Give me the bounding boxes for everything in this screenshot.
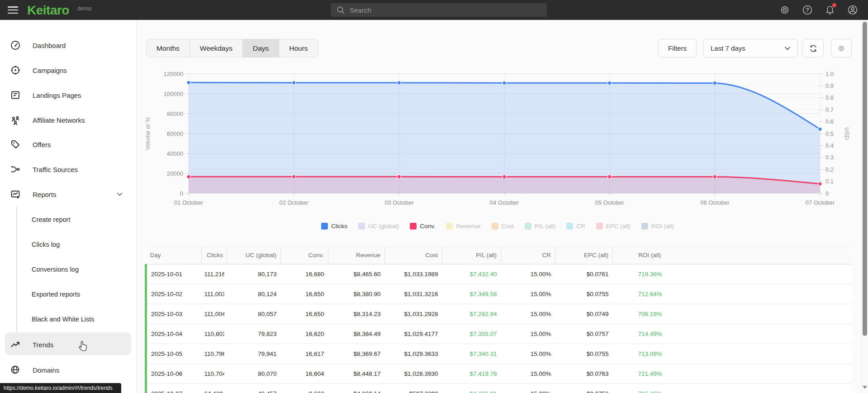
- cell-p-l-all-: $4,271.91: [442, 384, 501, 393]
- legend-item-p-l-all-[interactable]: P/L (all): [525, 223, 555, 230]
- legend-item-uc-global-[interactable]: UC (global): [358, 223, 399, 230]
- account-icon[interactable]: [847, 5, 858, 15]
- svg-text:0.6: 0.6: [825, 118, 834, 125]
- sidebar-item-offers[interactable]: Offers: [0, 134, 137, 154]
- cell-revenue: $4,869.14: [328, 384, 385, 393]
- chart-settings-button[interactable]: [831, 39, 852, 58]
- cell-epc-all-: $0.0756: [555, 384, 613, 393]
- topbar: Keitaro demo ?: [0, 0, 868, 20]
- svg-text:0.8: 0.8: [825, 94, 834, 101]
- sidebar-subitem-black-and-white-lists[interactable]: Black and White Lists: [0, 309, 137, 329]
- sidebar-item-trends[interactable]: Trends: [0, 335, 137, 355]
- cell-uc-global-: 80,124: [228, 284, 281, 304]
- svg-text:0: 0: [180, 190, 183, 197]
- tab-days[interactable]: Days: [243, 39, 279, 57]
- notification-badge: [832, 3, 836, 7]
- svg-text:1.0: 1.0: [825, 71, 834, 77]
- tab-months[interactable]: Months: [147, 39, 190, 57]
- svg-text:120000: 120000: [164, 71, 183, 77]
- cell-epc-all-: $0.0755: [555, 344, 613, 364]
- table-row: 2025-10-03111,00480,05716,650$8,314.23$1…: [146, 304, 852, 324]
- sidebar-subitem-clicks-log[interactable]: Clicks log: [0, 235, 137, 254]
- help-icon[interactable]: ?: [802, 5, 813, 15]
- env-label: demo: [77, 5, 91, 12]
- col-header-epc-all-[interactable]: EPC (all): [555, 246, 613, 264]
- tab-weekdays[interactable]: Weekdays: [190, 39, 243, 57]
- sidebar-subitem-conversions-log[interactable]: Conversions log: [0, 259, 137, 279]
- cell-conv-: 16,650: [281, 304, 328, 324]
- cell-p-l-all-: $7,349.58: [442, 284, 501, 304]
- affiliates-icon: [10, 115, 21, 125]
- hamburger-menu-icon[interactable]: [8, 6, 18, 14]
- app-logo[interactable]: Keitaro: [27, 3, 69, 18]
- sidebar-item-traffic-sources[interactable]: Traffic Sources: [0, 159, 137, 179]
- sidebar-subitem-exported-reports[interactable]: Exported reports: [0, 284, 137, 304]
- sidebar-subitem-create-report[interactable]: Create report: [0, 210, 137, 230]
- svg-text:100000: 100000: [164, 91, 183, 97]
- svg-text:01 October: 01 October: [174, 199, 204, 206]
- trends-icon: [10, 339, 21, 350]
- sidebar-item-affiliate-networks[interactable]: Affiliate Networks: [0, 110, 137, 130]
- sidebar-item-dashboard[interactable]: Dashboard: [0, 35, 137, 55]
- legend-item-cost[interactable]: Cost: [492, 223, 514, 230]
- scrollbar-down-arrow[interactable]: [863, 386, 867, 389]
- filters-button[interactable]: Filters: [658, 39, 697, 58]
- tab-hours[interactable]: Hours: [279, 39, 318, 57]
- svg-text:USD: USD: [844, 127, 850, 139]
- settings-icon[interactable]: [779, 5, 790, 15]
- cell-uc-global-: 79,823: [228, 324, 281, 344]
- notifications-icon[interactable]: [825, 5, 835, 15]
- sidebar-item-domains[interactable]: Domains: [0, 360, 137, 380]
- cell-revenue: $8,380.90: [328, 284, 385, 304]
- trends-chart: 02000040000600008000010000012000000.10.2…: [145, 59, 853, 217]
- col-header-uc-global-[interactable]: UC (global): [228, 246, 281, 264]
- cell-p-l-all-: $7,340.31: [442, 344, 501, 364]
- col-header-cost[interactable]: Cost: [385, 246, 442, 264]
- date-range-select[interactable]: Last 7 days: [703, 39, 798, 58]
- legend-item-revenue[interactable]: Revenue: [446, 223, 480, 230]
- cell-cr: 15.00%: [501, 264, 555, 284]
- cell-roi-all-: 721.49%: [613, 364, 852, 384]
- cell-roi-all-: 712.64%: [613, 284, 852, 304]
- page-scrollbar[interactable]: [861, 20, 868, 393]
- svg-text:?: ?: [806, 7, 809, 13]
- chevron-down-icon: [784, 46, 791, 51]
- col-header-p-l-all-[interactable]: P/L (all): [442, 246, 501, 264]
- sidebar-item-landings-pages[interactable]: Landings Pages: [0, 85, 137, 105]
- cell-day: 2025-10-07: [146, 384, 202, 393]
- svg-text:60000: 60000: [167, 130, 183, 137]
- cell-clicks: 110,704: [202, 364, 228, 384]
- svg-text:02 October: 02 October: [280, 199, 309, 206]
- sidebar-item-campaigns[interactable]: Campaigns: [0, 60, 137, 80]
- legend-item-cr[interactable]: CR: [566, 223, 585, 230]
- cell-p-l-all-: $7,432.40: [442, 264, 501, 284]
- sidebar-item-reports[interactable]: Reports: [0, 184, 137, 204]
- search-input[interactable]: [350, 3, 540, 17]
- campaigns-icon: [10, 65, 21, 76]
- legend-item-roi-all-[interactable]: ROI (all): [641, 223, 674, 230]
- table-row: 2025-10-04110,80379,82316,620$8,384.49$1…: [146, 324, 852, 344]
- legend-item-epc-all-[interactable]: EPC (all): [596, 223, 631, 230]
- global-search[interactable]: [331, 3, 547, 17]
- cell-uc-global-: 79,941: [228, 344, 281, 364]
- col-header-revenue[interactable]: Revenue: [328, 246, 385, 264]
- svg-text:0.1: 0.1: [825, 178, 834, 185]
- col-header-day[interactable]: Day: [146, 246, 202, 264]
- svg-text:0.9: 0.9: [825, 82, 834, 89]
- scrollbar-thumb[interactable]: [863, 22, 867, 336]
- cell-clicks: 111,004: [202, 304, 228, 324]
- status-url: https://demo.keitaro.io/admin/#!/trends/…: [0, 383, 121, 393]
- svg-text:04 October: 04 October: [490, 199, 519, 206]
- cell-revenue: $8,384.49: [328, 324, 385, 344]
- legend-item-clicks[interactable]: Clicks: [321, 223, 347, 230]
- col-header-clicks[interactable]: Clicks: [202, 246, 228, 264]
- svg-text:03 October: 03 October: [384, 199, 414, 206]
- col-header-cr[interactable]: CR: [501, 246, 555, 264]
- col-header-roi-all-[interactable]: ROI (all): [613, 246, 852, 264]
- cell-epc-all-: $0.0749: [555, 304, 613, 324]
- svg-text:0.4: 0.4: [825, 142, 834, 149]
- legend-item-conv-[interactable]: Conv.: [410, 223, 435, 230]
- cell-roi-all-: 714.49%: [613, 324, 852, 344]
- col-header-conv-[interactable]: Conv.: [281, 246, 328, 264]
- refresh-button[interactable]: [802, 39, 824, 58]
